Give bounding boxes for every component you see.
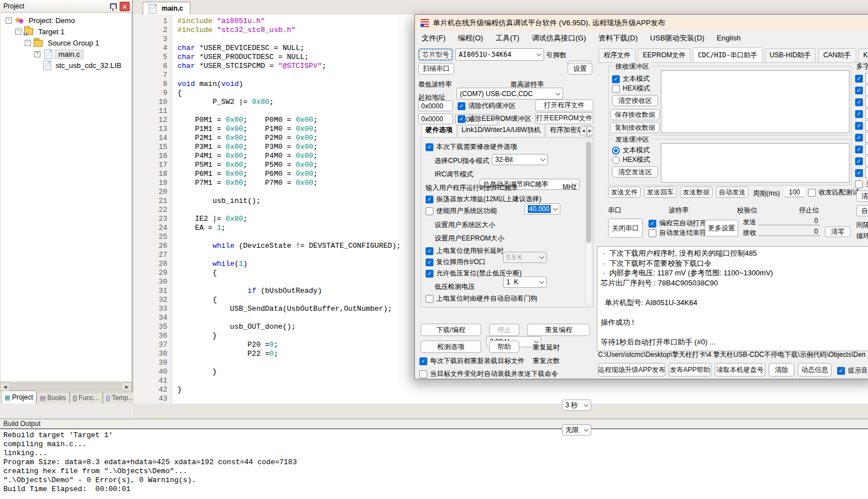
multi-string-checkbox[interactable] — [855, 122, 863, 130]
close-icon[interactable]: x — [120, 2, 130, 11]
multi-string-row[interactable] — [855, 108, 868, 119]
multi-string-input-fragment[interactable] — [865, 120, 868, 131]
tree-expander-icon[interactable]: - — [15, 29, 21, 35]
sys-size-combo[interactable]: 0.5 K — [503, 252, 547, 263]
stop-button[interactable]: 停止 — [489, 324, 519, 336]
multi-string-checkbox[interactable] — [855, 146, 863, 153]
lvr-checkbox[interactable] — [426, 270, 433, 278]
edge-close-option[interactable]: 关 — [855, 179, 868, 189]
more-settings-button[interactable]: 更多设置 — [705, 220, 738, 237]
tab-usb-hid-[interactable]: USB-HID助手 — [765, 48, 816, 62]
recv-hex-mode-option[interactable]: HEX模式 — [612, 84, 650, 93]
read-disk-id-button[interactable]: 读取本机硬盘号 — [715, 363, 765, 376]
send-hex-mode-option[interactable]: HEX模式 — [612, 155, 650, 165]
close-port-button[interactable]: 关闭串口 — [608, 219, 643, 238]
cpu-mode-combo[interactable]: 32-Bit — [492, 154, 548, 165]
multi-string-row[interactable] — [855, 97, 868, 107]
send-file-button[interactable]: 发送文件 — [608, 187, 641, 198]
reload-target-checkbox[interactable] — [419, 357, 427, 365]
edge-clear-button[interactable]: 清 — [856, 190, 868, 202]
recv-text-mode-option[interactable]: 文本模式 — [612, 74, 650, 84]
tree-item-source-group-1[interactable]: -Source Group 1 — [1, 37, 131, 48]
menu--t-[interactable]: 工具(T) — [495, 33, 519, 43]
send-data-button[interactable]: 发送数据 — [680, 187, 712, 198]
send-text-mode-radio[interactable] — [612, 147, 620, 155]
clear-counters-button[interactable]: 清零 — [825, 226, 851, 237]
tool-titlebar[interactable]: 单片机在线升级编程仿真调试平台软件 (V6.95D), 远程现场升级APP发布 — [415, 15, 868, 31]
pin-icon[interactable] — [109, 2, 118, 11]
recv-text-mode-checkbox[interactable] — [612, 75, 620, 83]
scan-port-button[interactable]: 扫描串口 — [418, 63, 454, 75]
multi-string-input-fragment[interactable] — [865, 144, 868, 155]
autoload-checkbox[interactable] — [419, 370, 427, 378]
multi-string-row[interactable] — [855, 120, 868, 131]
multi-string-row[interactable] — [855, 73, 868, 84]
multi-string-checkbox[interactable] — [855, 134, 863, 142]
multi-string-checkbox[interactable] — [855, 157, 863, 165]
tab-eeprom-[interactable]: EEPROM文件 — [638, 48, 691, 62]
clear-status-button[interactable]: 清除 — [769, 363, 794, 376]
publish-app-help-button[interactable]: 发布APP帮助 — [669, 363, 711, 376]
multi-string-checkbox[interactable] — [855, 75, 863, 83]
multi-string-input-fragment[interactable] — [865, 156, 868, 166]
autoload-option[interactable]: 当目标文件变化时自动装载并发送下载命令 — [419, 369, 558, 379]
bottom-tab-books[interactable]: ▤Books — [36, 392, 70, 403]
beep-option[interactable]: 提示音 — [837, 366, 868, 375]
multi-string-input-fragment[interactable] — [865, 167, 868, 178]
watchdog-option[interactable]: 上电复位时由硬件自动启动看门狗 — [426, 294, 537, 303]
irc-freq-combo[interactable]: 40.000 — [524, 203, 560, 215]
multi-string-checkbox[interactable] — [855, 110, 863, 118]
tab-keil-[interactable]: Keil仿真设置 — [858, 48, 868, 62]
send-buffer-textarea[interactable] — [661, 143, 849, 183]
scroll-right-icon[interactable]: ▶ — [122, 382, 132, 391]
bottom-tab--func-[interactable]: {}Func... — [70, 392, 103, 403]
hw-tab-0[interactable]: 硬件选项 — [422, 125, 456, 137]
hw-tab-1[interactable]: Link1D/Writer1A/U8W脱机 — [458, 125, 545, 137]
clear-eeprom-option[interactable]: 清除EEPROM缓冲区 — [458, 114, 531, 124]
multi-string-input-fragment[interactable] — [865, 85, 868, 96]
project-hscrollbar[interactable]: ◀ ▶ — [0, 382, 132, 391]
bottom-tab--temp-[interactable]: {}Temp... — [103, 392, 138, 403]
auto-end-checkbox[interactable] — [648, 229, 656, 237]
tab-scroll-right-icon[interactable]: ▶ — [587, 126, 593, 135]
status-output-box[interactable]: · 下次下载用户程序时, 没有相关的端口控制485 · 下次下载时不需要校验下载… — [597, 246, 868, 351]
repeat-program-button[interactable]: 重复编程 — [527, 324, 590, 336]
clear-code-checkbox[interactable] — [458, 102, 465, 110]
recv-hex-mode-checkbox[interactable] — [612, 85, 620, 93]
menu--f-[interactable]: 文件(F) — [422, 33, 446, 43]
bottom-tab-project[interactable]: ▦Project — [1, 391, 36, 403]
multi-string-row[interactable] — [855, 85, 868, 96]
por-delay-option[interactable]: 上电复位使用较长延时 — [426, 246, 504, 256]
period-input[interactable]: 100 — [784, 188, 805, 197]
check-options-button[interactable]: 检测选项 — [421, 341, 481, 353]
open-eeprom-button[interactable]: 打开EEPROM文件 — [535, 112, 593, 124]
port-combo[interactable]: (COM7) USB-CDC,CDC — [456, 88, 563, 99]
modify-hw-option[interactable]: 本次下载需要修改硬件选项 — [426, 142, 517, 152]
scroll-left-icon[interactable]: ◀ — [0, 382, 10, 391]
send-text-mode-option[interactable]: 文本模式 — [612, 146, 650, 155]
multi-string-checkbox[interactable] — [855, 169, 863, 177]
eeprom-addr-input[interactable]: 0x0000 — [418, 114, 453, 124]
menu-english[interactable]: English — [717, 34, 741, 42]
eeprom-size-combo[interactable]: 1 K — [503, 276, 547, 288]
auto-send-button[interactable]: 自动发送 — [716, 187, 748, 198]
multi-string-input-fragment[interactable] — [865, 132, 868, 143]
multi-string-input-fragment[interactable] — [865, 108, 868, 119]
tree-expander-icon[interactable]: - — [25, 40, 31, 46]
multi-string-input-fragment[interactable] — [865, 73, 868, 84]
tab-cdc-hid-[interactable]: CDC/HID-串口助手 — [693, 47, 762, 62]
watchdog-checkbox[interactable] — [426, 295, 433, 303]
menu--o-[interactable]: 编程(O) — [458, 33, 483, 43]
editor-tab-main-c[interactable]: main.c — [143, 2, 190, 15]
tree-item-project-demo[interactable]: -Project: Demo — [1, 15, 131, 26]
help-button[interactable]: 帮助 — [489, 341, 519, 353]
multi-string-checkbox[interactable] — [855, 87, 863, 94]
multi-string-row[interactable] — [855, 167, 868, 178]
reset-io-checkbox[interactable] — [426, 258, 433, 266]
remote-upgrade-publish-button[interactable]: 远程现场升级APP发布 — [598, 363, 665, 376]
multi-string-row[interactable] — [855, 156, 868, 166]
match-test-option[interactable]: 收发匹配测试 — [808, 188, 859, 197]
save-receive-button[interactable]: 保存接收数据 — [610, 109, 660, 120]
reset-io-option[interactable]: 复位脚用作I/O口 — [426, 257, 486, 267]
clear-receive-button[interactable]: 清空接收区 — [612, 95, 658, 106]
